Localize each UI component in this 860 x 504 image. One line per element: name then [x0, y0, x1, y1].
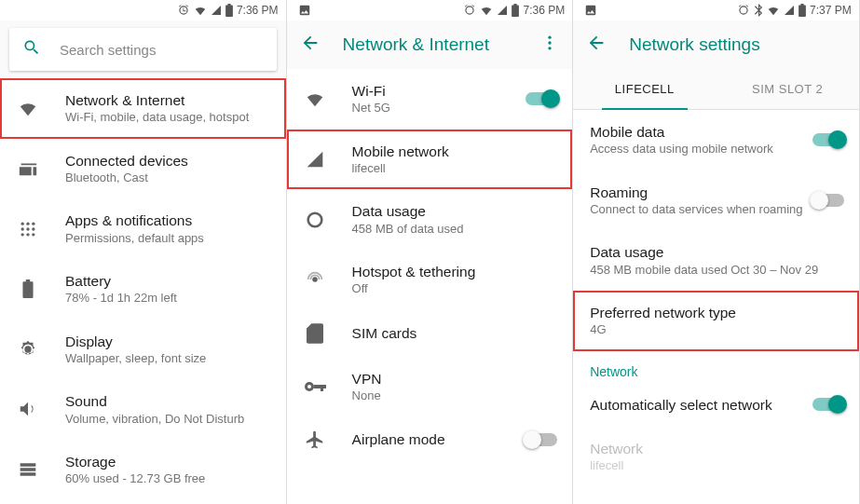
preferred-network-type-item[interactable]: Preferred network type4G: [573, 291, 859, 351]
network-settings-list: Mobile dataAccess data using mobile netw…: [573, 110, 859, 504]
signal-icon: [211, 5, 222, 16]
sim-icon: [304, 323, 326, 344]
tab-lifecell[interactable]: LIFECELL: [573, 69, 716, 109]
status-time: 7:37 PM: [810, 4, 852, 17]
brightness-icon: [17, 339, 39, 360]
wifi-item[interactable]: Wi-FiNet 5G: [287, 69, 573, 129]
storage-item[interactable]: Storage60% used - 12.73 GB free: [0, 440, 286, 500]
battery-icon: [799, 4, 806, 17]
network-settings-screen: 7:37 PM Network settings LIFECELL SIM SL…: [573, 0, 860, 504]
more-icon[interactable]: [540, 34, 559, 56]
wifi-icon: [194, 4, 207, 17]
auto-select-network-item[interactable]: Automatically select network: [573, 383, 859, 427]
status-bar: 7:37 PM: [573, 0, 859, 20]
volume-icon: [17, 399, 39, 419]
signal-icon: [497, 5, 508, 16]
svg-point-0: [21, 222, 24, 225]
svg-point-4: [26, 227, 29, 230]
signal-icon: [784, 5, 795, 16]
status-bar: 7:36 PM: [0, 0, 286, 20]
svg-point-3: [21, 227, 24, 230]
page-title: Network & Internet: [343, 34, 519, 55]
back-icon[interactable]: [586, 33, 607, 57]
svg-point-5: [32, 227, 34, 230]
network-internet-item[interactable]: Network & InternetWi-Fi, mobile, data us…: [0, 78, 286, 139]
vpn-key-icon: [304, 380, 326, 393]
search-placeholder: Search settings: [60, 42, 156, 58]
data-usage-item[interactable]: Data usage458 MB mobile data used Oct 30…: [573, 230, 859, 291]
roaming-item[interactable]: RoamingConnect to data services when roa…: [573, 170, 859, 231]
svg-point-15: [307, 385, 311, 388]
network-operator-item: Networklifecell: [573, 427, 859, 487]
back-icon[interactable]: [300, 33, 321, 57]
apps-notifications-item[interactable]: Apps & notificationsPermissions, default…: [0, 198, 286, 259]
connected-devices-item[interactable]: Connected devicesBluetooth, Cast: [0, 139, 286, 199]
settings-list: Network & InternetWi-Fi, mobile, data us…: [0, 78, 286, 504]
svg-point-7: [26, 233, 29, 236]
hotspot-icon: [304, 269, 326, 290]
sound-item[interactable]: SoundVolume, vibration, Do Not Disturb: [0, 379, 286, 440]
data-usage-item[interactable]: Data usage458 MB of data used: [287, 189, 573, 250]
airplane-icon: [304, 429, 326, 450]
wifi-icon: [304, 89, 326, 109]
wifi-icon: [767, 4, 780, 17]
screenshot-icon: [584, 4, 597, 17]
page-title: Network settings: [629, 34, 846, 55]
search-settings-bar[interactable]: Search settings: [9, 28, 277, 71]
sim-cards-item[interactable]: SIM cards: [287, 310, 573, 357]
security-location-item[interactable]: Security & locationScreen lock, fingerpr…: [0, 499, 286, 504]
search-icon: [22, 38, 41, 61]
network-internet-screen: 7:36 PM Network & Internet Wi-FiNet 5G M…: [287, 0, 574, 504]
mobile-network-item[interactable]: Mobile networklifecell: [287, 129, 573, 190]
wifi-icon: [17, 98, 39, 118]
mobile-data-item[interactable]: Mobile dataAccess data using mobile netw…: [573, 110, 859, 170]
screenshot-icon: [298, 4, 311, 17]
auto-select-switch[interactable]: [812, 398, 844, 411]
svg-point-10: [549, 41, 552, 44]
status-time: 7:36 PM: [237, 4, 279, 17]
status-bar: 7:36 PM: [287, 0, 573, 20]
svg-point-13: [312, 277, 318, 282]
svg-point-8: [32, 233, 34, 236]
app-bar: Network & Internet: [287, 20, 573, 69]
storage-icon: [17, 460, 39, 479]
svg-point-1: [26, 222, 29, 225]
battery-icon: [512, 4, 519, 17]
svg-point-9: [549, 36, 552, 39]
vpn-item[interactable]: VPNNone: [287, 357, 573, 417]
alarm-icon: [737, 4, 750, 17]
battery-item[interactable]: Battery78% - 1d 1h 22m left: [0, 259, 286, 320]
sim-tabs: LIFECELL SIM SLOT 2: [573, 69, 859, 110]
alarm-icon: [177, 4, 190, 17]
display-item[interactable]: DisplayWallpaper, sleep, font size: [0, 320, 286, 380]
hotspot-item[interactable]: Hotspot & tetheringOff: [287, 250, 573, 310]
status-time: 7:36 PM: [523, 4, 565, 17]
wifi-switch[interactable]: [526, 92, 557, 105]
settings-root-screen: 7:36 PM Search settings Network & Intern…: [0, 0, 287, 504]
airplane-mode-item[interactable]: Airplane mode: [287, 416, 573, 463]
mobile-data-switch[interactable]: [812, 133, 844, 146]
network-list: Wi-FiNet 5G Mobile networklifecell Data …: [287, 69, 573, 504]
battery-icon: [17, 279, 39, 298]
wifi-icon: [480, 4, 493, 17]
signal-icon: [304, 150, 326, 169]
svg-point-2: [32, 222, 34, 225]
battery-icon: [225, 4, 233, 17]
bluetooth-icon: [754, 4, 763, 17]
airplane-switch[interactable]: [526, 433, 557, 446]
svg-point-12: [307, 212, 321, 226]
devices-icon: [17, 158, 39, 179]
alarm-icon: [463, 4, 476, 17]
svg-point-6: [21, 233, 24, 236]
data-usage-icon: [304, 210, 326, 230]
svg-point-11: [549, 47, 552, 49]
app-bar: Network settings: [573, 20, 859, 69]
tab-sim-slot-2[interactable]: SIM SLOT 2: [716, 69, 858, 109]
roaming-switch[interactable]: [812, 194, 844, 207]
apps-icon: [17, 220, 39, 238]
network-section-label: Network: [573, 351, 859, 383]
